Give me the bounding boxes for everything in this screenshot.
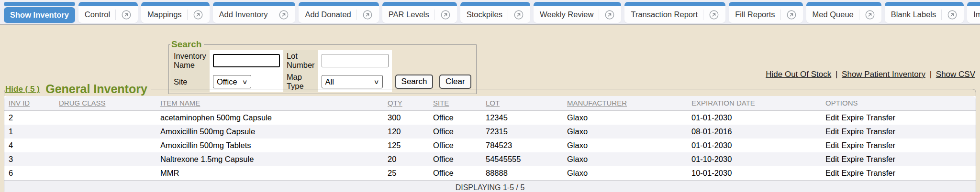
open-new-window-icon[interactable] bbox=[604, 10, 615, 20]
tab-stockpiles[interactable]: Stockpiles bbox=[460, 2, 530, 23]
cell-qty: 300 bbox=[383, 110, 429, 125]
open-new-window-icon[interactable] bbox=[947, 10, 958, 20]
cell-manufacturer: Glaxo bbox=[563, 125, 687, 139]
edit-action-link[interactable]: Edit bbox=[825, 141, 839, 149]
tab-body: PAR Levels bbox=[382, 6, 457, 23]
lot-number-input[interactable] bbox=[322, 54, 389, 67]
column-header-lot[interactable]: LOT bbox=[481, 96, 563, 110]
cell-qty: 125 bbox=[383, 139, 429, 152]
open-new-window-icon[interactable] bbox=[709, 10, 719, 20]
cell-drug_class bbox=[55, 139, 156, 152]
column-header-drug-class[interactable]: DRUG CLASS bbox=[55, 96, 156, 110]
cell-site: Office bbox=[429, 110, 481, 125]
tab-label: Show Inventory bbox=[10, 11, 69, 20]
cell-drug_class bbox=[55, 152, 156, 166]
cell-drug_class bbox=[55, 166, 156, 181]
column-header-manufacturer[interactable]: MANUFACTURER bbox=[563, 96, 687, 110]
expire-action-link[interactable]: Expire bbox=[841, 155, 864, 163]
tab-body: Med Queue bbox=[806, 6, 881, 23]
tab-control[interactable]: Control bbox=[78, 2, 138, 23]
cell-lot: 72315 bbox=[481, 125, 563, 139]
tab-body: Transaction Report bbox=[624, 6, 725, 23]
tab-body: Stockpiles bbox=[460, 6, 530, 23]
inventory-name-input[interactable] bbox=[213, 54, 280, 67]
tab-fill-reports[interactable]: Fill Reports bbox=[729, 2, 802, 23]
edit-action-link[interactable]: Edit bbox=[825, 127, 839, 136]
open-new-window-icon[interactable] bbox=[865, 10, 875, 20]
cell-manufacturer: Glaxo bbox=[563, 166, 687, 181]
tab-med-queue[interactable]: Med Queue bbox=[806, 2, 881, 23]
cell-options: EditExpireTransfer bbox=[821, 125, 976, 139]
cell-drug_class bbox=[55, 110, 156, 125]
tab-label: Fill Reports bbox=[735, 10, 775, 19]
column-header-qty[interactable]: QTY bbox=[383, 96, 429, 110]
cell-qty: 120 bbox=[383, 125, 429, 139]
tab-add-inventory[interactable]: Add Inventory bbox=[213, 2, 296, 23]
open-new-window-icon[interactable] bbox=[193, 10, 203, 20]
tab-divider bbox=[599, 10, 599, 20]
open-new-window-icon[interactable] bbox=[440, 10, 451, 20]
transfer-action-link[interactable]: Transfer bbox=[866, 155, 895, 163]
column-header-site[interactable]: SITE bbox=[429, 96, 481, 110]
cell-inv_id: 4 bbox=[4, 139, 55, 152]
tab-label: Import bbox=[973, 10, 980, 19]
cell-inv_id: 1 bbox=[4, 125, 55, 139]
search-legend: Search bbox=[170, 39, 204, 50]
cell-expiration_date: 01-01-2030 bbox=[687, 110, 821, 125]
edit-action-link[interactable]: Edit bbox=[825, 113, 839, 122]
transfer-action-link[interactable]: Transfer bbox=[866, 141, 895, 149]
tab-label: Control bbox=[85, 10, 110, 19]
transfer-action-link[interactable]: Transfer bbox=[866, 169, 895, 177]
open-new-window-icon[interactable] bbox=[278, 10, 289, 20]
tab-show-inventory[interactable]: Show Inventory bbox=[4, 2, 75, 23]
tab-divider bbox=[434, 10, 435, 20]
tab-blank-labels[interactable]: Blank Labels bbox=[885, 2, 964, 23]
tab-label: Transaction Report bbox=[631, 10, 698, 19]
column-header-item-name[interactable]: ITEM NAME bbox=[156, 96, 383, 110]
edit-action-link[interactable]: Edit bbox=[825, 155, 839, 163]
tab-par-levels[interactable]: PAR Levels bbox=[382, 2, 457, 23]
table-row: 4Amoxicillin 500mg Tablets125Office78452… bbox=[4, 139, 976, 152]
open-new-window-icon[interactable] bbox=[362, 10, 373, 20]
edit-action-link[interactable]: Edit bbox=[825, 169, 839, 177]
tab-mappings[interactable]: Mappings bbox=[141, 2, 210, 23]
tab-top-strip bbox=[141, 2, 210, 6]
cell-qty: 20 bbox=[383, 152, 429, 166]
tab-weekly-review[interactable]: Weekly Review bbox=[534, 2, 621, 23]
general-inventory-panel: Hide ( 5 ) General Inventory INV IDDRUG … bbox=[4, 82, 976, 192]
tab-top-strip bbox=[213, 2, 296, 6]
tab-import[interactable]: Import bbox=[967, 2, 980, 23]
expire-action-link[interactable]: Expire bbox=[841, 113, 864, 122]
tab-top-strip bbox=[806, 2, 881, 6]
tab-body: Import bbox=[967, 6, 980, 23]
column-header-inv-id[interactable]: INV ID bbox=[4, 96, 55, 110]
cell-site: Office bbox=[429, 152, 481, 166]
footer-row: DISPLAYING 1-5 / 5 bbox=[4, 181, 976, 192]
tab-transaction-report[interactable]: Transaction Report bbox=[624, 2, 725, 23]
transfer-action-link[interactable]: Transfer bbox=[866, 127, 895, 136]
lot-number-label: Lot Number bbox=[283, 50, 318, 71]
tab-body: Blank Labels bbox=[885, 6, 964, 23]
tab-body: Fill Reports bbox=[729, 6, 802, 23]
expire-action-link[interactable]: Expire bbox=[841, 169, 864, 177]
expire-action-link[interactable]: Expire bbox=[841, 141, 864, 149]
tab-body: Add Donated bbox=[299, 6, 379, 23]
tab-body: Show Inventory bbox=[4, 7, 75, 23]
open-new-window-icon[interactable] bbox=[121, 10, 132, 20]
cell-expiration_date: 10-01-2030 bbox=[687, 166, 821, 181]
open-new-window-icon[interactable] bbox=[786, 10, 797, 20]
link-hide-out-of-stock[interactable]: Hide Out Of Stock bbox=[766, 70, 831, 79]
tab-add-donated[interactable]: Add Donated bbox=[299, 2, 379, 23]
transfer-action-link[interactable]: Transfer bbox=[866, 113, 895, 122]
open-new-window-icon[interactable] bbox=[513, 10, 524, 20]
cell-manufacturer: Glaxo bbox=[563, 152, 687, 166]
expire-action-link[interactable]: Expire bbox=[841, 127, 864, 136]
tab-bar: Show InventoryControlMappingsAdd Invento… bbox=[0, 0, 980, 25]
tab-top-strip bbox=[382, 2, 457, 6]
cell-options: EditExpireTransfer bbox=[821, 139, 976, 152]
link-show-csv[interactable]: Show CSV bbox=[936, 70, 975, 79]
hide-inventory-link[interactable]: Hide ( 5 ) bbox=[5, 85, 40, 94]
text-caret bbox=[217, 57, 218, 65]
tab-divider bbox=[187, 10, 188, 20]
link-show-patient-inventory[interactable]: Show Patient Inventory bbox=[842, 70, 925, 79]
